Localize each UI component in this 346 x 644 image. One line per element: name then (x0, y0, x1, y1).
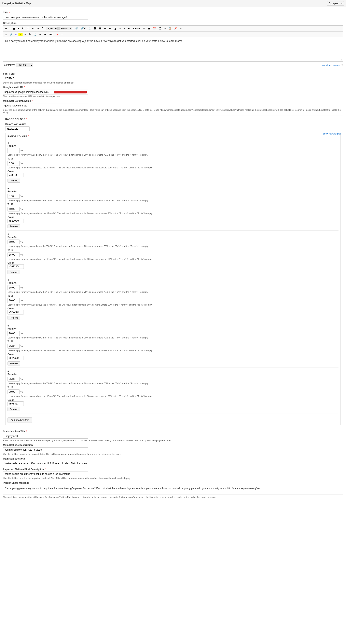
media-button[interactable]: ▶ (127, 26, 131, 30)
toolbar-sep2 (58, 27, 59, 30)
remove-button-2[interactable]: Remove (7, 224, 20, 228)
color-button[interactable]: A (14, 33, 18, 36)
styles-select[interactable]: Styles (46, 26, 58, 30)
calendar-button[interactable]: 📅 (152, 26, 157, 30)
to-help-5: Leave empty for every value above the "F… (7, 349, 339, 352)
plus-icon-2[interactable]: + (7, 187, 9, 190)
unlink-button[interactable]: 🔗✕ (80, 26, 87, 30)
outdent-button[interactable]: ⇤ (31, 26, 35, 30)
delete-button[interactable]: ✕ (55, 32, 59, 36)
color-na-input[interactable] (5, 126, 30, 131)
flag-button[interactable]: ⚑ (28, 32, 32, 36)
remove-button-4[interactable]: Remove (7, 316, 20, 320)
pct-sym-to-1: % (20, 162, 23, 165)
image-button[interactable]: 🖼 (93, 26, 98, 30)
color-input-3[interactable] (7, 264, 24, 269)
to-input-4[interactable] (7, 298, 20, 303)
text-format-label: Text format (3, 64, 15, 66)
font-color-input[interactable] (3, 76, 27, 81)
plus-icon-4[interactable]: + (7, 278, 9, 282)
to-input-6[interactable] (7, 390, 20, 394)
link2-button[interactable]: 🔗 (8, 32, 13, 36)
from-input-5[interactable] (7, 331, 20, 336)
to-input-3[interactable] (7, 252, 20, 257)
anchor2-button[interactable]: ⚓ (32, 32, 38, 36)
italic-button[interactable]: I (8, 26, 11, 30)
bold-button[interactable]: B (4, 26, 8, 30)
plus-icon-5[interactable]: + (7, 324, 9, 327)
plus-icon-6[interactable]: + (7, 370, 9, 373)
remove-button-6[interactable]: Remove (7, 407, 20, 411)
color-input-5[interactable] (7, 356, 24, 360)
from-row-5: From % (7, 327, 339, 330)
top-bar: Campaign Statistics Map Collapse ▾ (0, 0, 346, 7)
color-input-2[interactable] (7, 218, 24, 223)
range-colors-inner-title: RANGE COLORS * (7, 135, 339, 138)
undo-button[interactable]: ↩ (38, 32, 42, 36)
paste-button[interactable]: 📌 (173, 26, 178, 30)
show-row-weights-link[interactable]: Show row weights (323, 132, 341, 135)
stats-rate-title-input[interactable] (3, 434, 88, 438)
remove-button-1[interactable]: Remove (7, 178, 20, 183)
cut-button[interactable]: ✂ (163, 26, 167, 30)
main-stat-desc-input[interactable] (3, 447, 88, 452)
smiley-button[interactable]: ☺ (118, 26, 122, 30)
from-input-1[interactable] (7, 148, 20, 153)
strikethrough-button[interactable]: S (16, 26, 20, 30)
template-button[interactable]: □ (4, 33, 8, 36)
color-input-1[interactable] (7, 173, 24, 177)
collapse-arrow-icon: ▾ (340, 2, 344, 6)
from-input-4[interactable] (7, 285, 20, 290)
link-button[interactable]: 🔗 (74, 26, 79, 30)
add-another-item-button[interactable]: Add another item (7, 418, 32, 423)
print-button[interactable]: 🖨 (147, 26, 151, 30)
anchor-button[interactable]: ⚓ (87, 26, 93, 30)
from-help-1: Leave empty for every value below the "T… (7, 154, 339, 156)
from-input-6[interactable] (7, 377, 20, 382)
indent-button[interactable]: ⇥ (36, 26, 40, 30)
twitter-share-label: Twitter Share Message (3, 482, 343, 484)
title-input[interactable] (3, 15, 88, 20)
placeholder-button[interactable]: ✦ (23, 32, 27, 36)
iframe-button[interactable]: [ ] (112, 26, 117, 30)
forward-button[interactable]: → (178, 26, 183, 30)
to-input-2[interactable] (7, 206, 20, 212)
color-input-6[interactable] (7, 402, 24, 406)
remove-button-3[interactable]: Remove (7, 270, 20, 274)
special-char-button[interactable]: Ω (108, 26, 112, 30)
about-text-formats-link[interactable]: About text formats (322, 64, 340, 66)
source-button[interactable]: Source (131, 26, 141, 30)
hline-button[interactable]: — (103, 26, 108, 30)
from-input-3[interactable] (7, 240, 20, 244)
subscript-button[interactable]: X₂ (21, 26, 25, 30)
important-nat-stat-help: Use this field to describe the Important… (3, 477, 343, 480)
blockquote-button[interactable]: ❝ (40, 26, 44, 30)
bgcolor-button[interactable]: A (18, 33, 22, 36)
format-select[interactable]: Format (59, 26, 72, 30)
plus-icon-3[interactable]: + (7, 232, 9, 236)
superscript-button[interactable]: X² (26, 26, 31, 30)
collapse-button[interactable]: Collapse ▾ (327, 1, 344, 6)
redo-button[interactable]: ↪ (43, 32, 47, 36)
remove-button-5[interactable]: Remove (7, 362, 20, 366)
to-input-1[interactable] (7, 161, 20, 166)
maximize-button[interactable]: ⛶ (158, 26, 162, 30)
to-input-5[interactable] (7, 344, 20, 348)
main-stat-column-input[interactable] (3, 103, 88, 108)
preview-button[interactable]: 👁 (142, 26, 146, 30)
main-stat-note-input[interactable] (3, 461, 88, 466)
important-nat-stat-input[interactable] (3, 472, 88, 476)
range-colors-outer: RANGE COLORS * Color "NA" values Show ro… (3, 116, 343, 427)
extra-button[interactable]: ⋯ (60, 32, 64, 36)
table-button[interactable]: ▦ (98, 26, 103, 30)
underline-button[interactable]: U (12, 26, 16, 30)
editor-area[interactable]: See how you can find employment or help … (3, 37, 343, 62)
twitter-share-content[interactable]: Can a young person rely on you to help t… (3, 485, 343, 493)
plus-icon-1[interactable]: + (7, 141, 9, 144)
text-format-select[interactable]: CKEditor Full HTML Plain text (16, 63, 33, 67)
copy-button[interactable]: 📋 (167, 26, 173, 30)
spell-button[interactable]: ABC (47, 33, 55, 36)
color-input-4[interactable] (7, 310, 24, 314)
quote-button[interactable]: « (123, 26, 126, 30)
from-input-2[interactable] (7, 194, 20, 199)
